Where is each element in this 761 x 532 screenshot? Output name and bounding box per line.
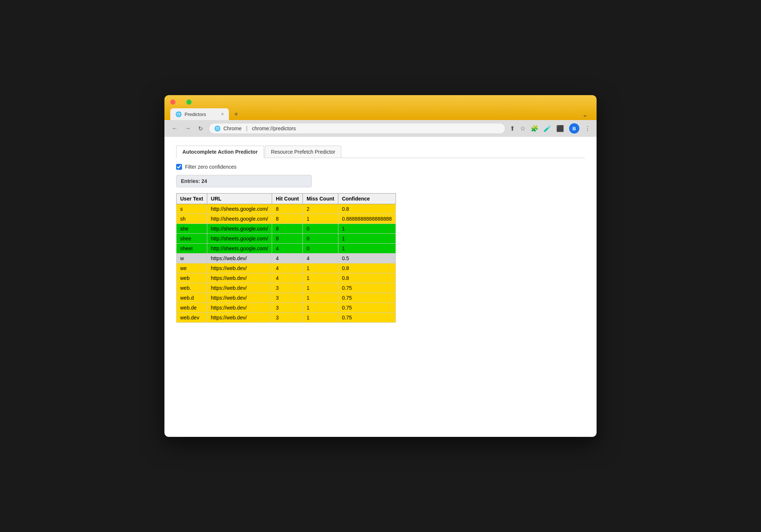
table-row: wehttps://web.dev/410.8 xyxy=(177,263,396,273)
tab-resource-prefetch[interactable]: Resource Prefetch Predictor xyxy=(265,146,342,158)
cell-4: 0.8 xyxy=(338,204,396,214)
col-header-user-text: User Text xyxy=(177,194,207,204)
table-row: web.dhttps://web.dev/310.75 xyxy=(177,293,396,303)
address-input[interactable]: 🌐 Chrome | chrome://predictors xyxy=(209,123,505,134)
new-tab-button[interactable]: + xyxy=(230,109,242,120)
cell-3: 4 xyxy=(303,254,338,263)
cell-0: shee xyxy=(177,234,207,244)
sidebar-icon[interactable]: ⬛ xyxy=(556,125,564,132)
browser-tab-predictors[interactable]: 🌐 Predictors × xyxy=(170,108,229,120)
predictors-table: User Text URL Hit Count Miss Count Confi… xyxy=(176,193,396,323)
address-site-label: Chrome xyxy=(223,125,242,131)
cell-0: web.de xyxy=(177,303,207,313)
cell-1: https://web.dev/ xyxy=(207,293,272,303)
cell-4: 1 xyxy=(338,234,396,244)
cell-4: 1 xyxy=(338,224,396,234)
cell-2: 3 xyxy=(272,313,303,323)
cell-0: w xyxy=(177,254,207,263)
cell-3: 0 xyxy=(303,234,338,244)
cell-0: sheet xyxy=(177,244,207,254)
cell-4: 0.75 xyxy=(338,283,396,293)
cell-1: http://sheets.google.com/ xyxy=(207,234,272,244)
back-button[interactable]: ← xyxy=(170,124,179,133)
more-icon[interactable]: ⋮ xyxy=(584,125,591,132)
tab-title: Predictors xyxy=(185,112,206,117)
cell-0: web.d xyxy=(177,293,207,303)
table-row: web.devhttps://web.dev/310.75 xyxy=(177,313,396,323)
cell-3: 1 xyxy=(303,273,338,283)
tab-close-icon[interactable]: × xyxy=(221,112,224,117)
cell-1: http://sheets.google.com/ xyxy=(207,204,272,214)
table-row: shttp://sheets.google.com/820.8 xyxy=(177,204,396,214)
filter-label: Filter zero confidences xyxy=(185,164,237,170)
cell-1: https://web.dev/ xyxy=(207,313,272,323)
close-button[interactable] xyxy=(170,100,175,105)
tab-menu-icon[interactable]: ⌄ xyxy=(579,109,591,120)
tab-bar: 🌐 Predictors × + ⌄ xyxy=(170,108,591,120)
cell-0: web xyxy=(177,273,207,283)
page-content: Autocomplete Action Predictor Resource P… xyxy=(164,137,597,437)
table-row: sheethttp://sheets.google.com/401 xyxy=(177,244,396,254)
cell-1: https://web.dev/ xyxy=(207,263,272,273)
cell-4: 0.8888888888888888 xyxy=(338,214,396,224)
address-url-text: chrome://predictors xyxy=(252,125,296,131)
cell-0: web. xyxy=(177,283,207,293)
cell-3: 0 xyxy=(303,224,338,234)
cell-3: 1 xyxy=(303,214,338,224)
cell-2: 3 xyxy=(272,283,303,293)
cell-4: 0.8 xyxy=(338,263,396,273)
cell-0: sh xyxy=(177,214,207,224)
cell-4: 0.75 xyxy=(338,313,396,323)
browser-window: 🌐 Predictors × + ⌄ ← → ↻ 🌐 Chrome | chro… xyxy=(164,95,597,437)
table-row: web.dehttps://web.dev/310.75 xyxy=(177,303,396,313)
cell-3: 1 xyxy=(303,283,338,293)
tab-favicon-icon: 🌐 xyxy=(175,111,182,117)
cell-4: 1 xyxy=(338,244,396,254)
cell-3: 0 xyxy=(303,244,338,254)
table-row: webhttps://web.dev/410.8 xyxy=(177,273,396,283)
cell-3: 1 xyxy=(303,293,338,303)
table-row: shehttp://sheets.google.com/801 xyxy=(177,224,396,234)
cell-2: 4 xyxy=(272,263,303,273)
cell-0: s xyxy=(177,204,207,214)
maximize-button[interactable] xyxy=(186,100,192,105)
col-header-url: URL xyxy=(207,194,272,204)
cell-1: https://web.dev/ xyxy=(207,303,272,313)
cell-2: 8 xyxy=(272,214,303,224)
extensions-icon[interactable]: 🧩 xyxy=(531,125,538,132)
cell-2: 3 xyxy=(272,293,303,303)
entries-bar: Entries: 24 xyxy=(176,175,312,187)
cell-0: web.dev xyxy=(177,313,207,323)
tab-autocomplete[interactable]: Autocomplete Action Predictor xyxy=(176,146,264,158)
forward-button[interactable]: → xyxy=(183,124,192,133)
star-icon[interactable]: ☆ xyxy=(520,125,526,132)
col-header-confidence: Confidence xyxy=(338,194,396,204)
minimize-button[interactable] xyxy=(178,100,183,105)
cell-2: 3 xyxy=(272,303,303,313)
page-tabs: Autocomplete Action Predictor Resource P… xyxy=(176,146,585,158)
lab-icon[interactable]: 🧪 xyxy=(543,125,551,132)
filter-checkbox[interactable] xyxy=(176,164,182,170)
cell-0: we xyxy=(177,263,207,273)
table-row: web.https://web.dev/310.75 xyxy=(177,283,396,293)
filter-row: Filter zero confidences xyxy=(176,164,585,170)
cell-4: 0.75 xyxy=(338,303,396,313)
avatar[interactable]: B xyxy=(569,123,579,134)
cell-3: 2 xyxy=(303,204,338,214)
cell-3: 1 xyxy=(303,303,338,313)
cell-2: 4 xyxy=(272,254,303,263)
cell-4: 0.8 xyxy=(338,273,396,283)
table-row: whttps://web.dev/440.5 xyxy=(177,254,396,263)
share-icon[interactable]: ⬆ xyxy=(510,125,515,132)
cell-3: 1 xyxy=(303,313,338,323)
cell-0: she xyxy=(177,224,207,234)
address-bar: ← → ↻ 🌐 Chrome | chrome://predictors ⬆ ☆… xyxy=(164,120,597,137)
col-header-miss-count: Miss Count xyxy=(303,194,338,204)
address-separator: | xyxy=(246,125,248,132)
table-header-row: User Text URL Hit Count Miss Count Confi… xyxy=(177,194,396,204)
reload-button[interactable]: ↻ xyxy=(197,124,204,134)
cell-4: 0.5 xyxy=(338,254,396,263)
cell-2: 8 xyxy=(272,234,303,244)
cell-1: http://sheets.google.com/ xyxy=(207,224,272,234)
cell-1: http://sheets.google.com/ xyxy=(207,214,272,224)
